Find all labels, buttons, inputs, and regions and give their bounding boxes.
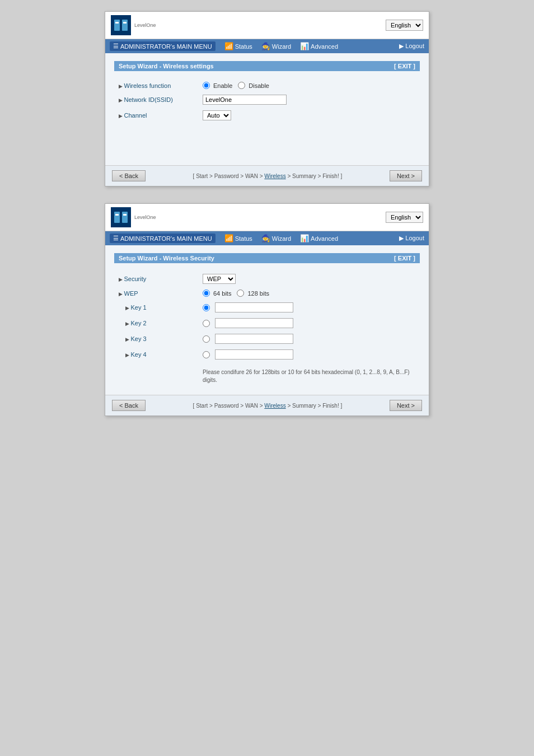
status-icon-2: 📶 xyxy=(224,234,233,242)
key2-label: Key 2 xyxy=(125,320,147,326)
bits128-label: 128 bits xyxy=(237,290,269,297)
menu-icon-1: ☰ xyxy=(113,43,119,50)
advanced-icon-1: 📊 xyxy=(300,42,309,50)
back-button-2[interactable]: < Back xyxy=(112,400,146,411)
key3-row: Key 3 xyxy=(114,331,420,347)
nav-status-2[interactable]: 📶 Status xyxy=(224,234,252,242)
disable-radio[interactable] xyxy=(238,82,245,89)
enable-radio-label: Enable xyxy=(203,82,232,89)
wireless-function-radios: Enable Disable xyxy=(203,82,415,89)
svg-rect-2 xyxy=(115,22,119,24)
hint-row: Please condifure 26 for 128bits or 10 fo… xyxy=(114,362,420,387)
wireless-breadcrumb-link[interactable]: Wireless xyxy=(264,173,285,179)
key2-row: Key 2 xyxy=(114,315,420,331)
language-select-1[interactable]: English xyxy=(386,20,423,31)
key4-radio[interactable] xyxy=(203,351,210,358)
panel-wireless-settings: LevelOne English ☰ ADMINISTRATOR's MAIN … xyxy=(105,11,429,186)
advanced-icon-2: 📊 xyxy=(300,234,309,242)
breadcrumb-2: [ Start > Password > WAN > Wireless > Su… xyxy=(146,403,390,409)
key4-input[interactable] xyxy=(215,349,293,360)
wireless-settings-form: Wireless function Enable Disable xyxy=(114,79,420,123)
language-select-2[interactable]: English xyxy=(386,212,423,223)
svg-rect-6 xyxy=(115,214,119,216)
exit-button-2[interactable]: [ EXIT ] xyxy=(394,255,415,262)
channel-row: Channel Auto 1 2 6 11 xyxy=(114,108,420,123)
status-icon-1: 📶 xyxy=(224,42,233,50)
ssid-label: Network ID(SSID) xyxy=(119,96,173,103)
nav-wizard-2[interactable]: 🧙 Wizard xyxy=(261,234,291,242)
nav-advanced-2[interactable]: 📊 Advanced xyxy=(300,234,338,242)
panel1-content: Setup Wizard - Wireless settings [ EXIT … xyxy=(105,53,429,165)
panel1-header: LevelOne English xyxy=(105,12,429,39)
nav-main-menu-1[interactable]: ☰ ADMINISTRATOR's MAIN MENU xyxy=(110,41,216,51)
hint-text: Please condifure 26 for 128bits or 10 fo… xyxy=(203,368,415,384)
key1-input[interactable] xyxy=(215,302,293,312)
nav-wizard-1[interactable]: 🧙 Wizard xyxy=(261,42,291,50)
key4-row: Key 4 xyxy=(114,347,420,362)
panel1-navbar: ☰ ADMINISTRATOR's MAIN MENU 📶 Status 🧙 W… xyxy=(105,39,429,53)
key1-radio[interactable] xyxy=(203,304,210,311)
logo-text: LevelOne xyxy=(134,22,156,29)
next-button-2[interactable]: Next > xyxy=(390,400,422,411)
wizard-icon-1: 🧙 xyxy=(261,42,270,50)
key3-label: Key 3 xyxy=(125,335,147,342)
security-select[interactable]: WEP WPA WPA2 None xyxy=(203,274,236,284)
bits64-label: 64 bits xyxy=(203,290,231,297)
panel2-footer: < Back [ Start > Password > WAN > Wirele… xyxy=(105,395,429,416)
channel-select[interactable]: Auto 1 2 6 11 xyxy=(203,110,231,120)
security-label: Security xyxy=(119,276,146,282)
section-title-1: Setup Wizard - Wireless settings xyxy=(119,63,214,69)
wireless-security-form: Security WEP WPA WPA2 None WEP xyxy=(114,271,420,387)
next-button-1[interactable]: Next > xyxy=(390,170,422,181)
logo-area-2: LevelOne xyxy=(111,207,156,227)
panel2-content: Setup Wizard - Wireless Security [ EXIT … xyxy=(105,245,429,395)
key2-radio[interactable] xyxy=(203,320,210,327)
wireless-function-label: Wireless function xyxy=(119,82,171,89)
section-title-2: Setup Wizard - Wireless Security xyxy=(119,255,214,262)
wep-label: WEP xyxy=(119,290,138,297)
key1-row: Key 1 xyxy=(114,300,420,315)
logo-text-2: LevelOne xyxy=(134,214,156,221)
logo-icon-2 xyxy=(111,207,131,227)
ssid-row: Network ID(SSID) xyxy=(114,92,420,108)
bits128-radio[interactable] xyxy=(237,290,244,297)
nav-main-menu-2[interactable]: ☰ ADMINISTRATOR's MAIN MENU xyxy=(110,234,216,243)
exit-button-1[interactable]: [ EXIT ] xyxy=(394,63,415,69)
nav-logout-2[interactable]: ▶ Logout xyxy=(399,235,424,242)
svg-rect-7 xyxy=(123,214,127,216)
back-button-1[interactable]: < Back xyxy=(112,170,146,181)
svg-rect-4 xyxy=(114,212,120,223)
nav-logout-1[interactable]: ▶ Logout xyxy=(399,43,424,50)
section-header-1: Setup Wizard - Wireless settings [ EXIT … xyxy=(114,61,420,71)
wep-bits-row: WEP 64 bits 128 bits xyxy=(114,287,420,300)
svg-rect-5 xyxy=(122,212,128,223)
svg-rect-3 xyxy=(123,22,127,24)
logo-area: LevelOne xyxy=(111,15,156,35)
wireless-function-row: Wireless function Enable Disable xyxy=(114,79,420,92)
key3-radio[interactable] xyxy=(203,335,210,343)
disable-radio-label: Disable xyxy=(238,82,269,89)
bits64-radio[interactable] xyxy=(203,290,210,297)
panel-wireless-security: LevelOne English ☰ ADMINISTRATOR's MAIN … xyxy=(105,203,429,416)
panel1-footer: < Back [ Start > Password > WAN > Wirele… xyxy=(105,165,429,186)
menu-icon-2: ☰ xyxy=(113,235,119,242)
wireless-breadcrumb-link-2[interactable]: Wireless xyxy=(264,403,285,409)
svg-rect-0 xyxy=(114,20,120,31)
key4-label: Key 4 xyxy=(125,351,147,358)
key1-label: Key 1 xyxy=(125,304,147,311)
security-row: Security WEP WPA WPA2 None xyxy=(114,271,420,287)
svg-rect-1 xyxy=(122,20,128,31)
section-header-2: Setup Wizard - Wireless Security [ EXIT … xyxy=(114,253,420,263)
channel-label: Channel xyxy=(119,112,147,119)
nav-advanced-1[interactable]: 📊 Advanced xyxy=(300,42,338,50)
nav-status-1[interactable]: 📶 Status xyxy=(224,42,252,50)
key3-input[interactable] xyxy=(215,334,293,344)
key2-input[interactable] xyxy=(215,318,293,328)
wep-bits-radios: 64 bits 128 bits xyxy=(203,290,415,297)
ssid-input[interactable] xyxy=(203,95,287,105)
breadcrumb-1: [ Start > Password > WAN > Wireless > Su… xyxy=(146,173,390,179)
logo-icon xyxy=(111,15,131,35)
wizard-icon-2: 🧙 xyxy=(261,234,270,242)
enable-radio[interactable] xyxy=(203,82,210,89)
panel2-navbar: ☰ ADMINISTRATOR's MAIN MENU 📶 Status 🧙 W… xyxy=(105,231,429,245)
